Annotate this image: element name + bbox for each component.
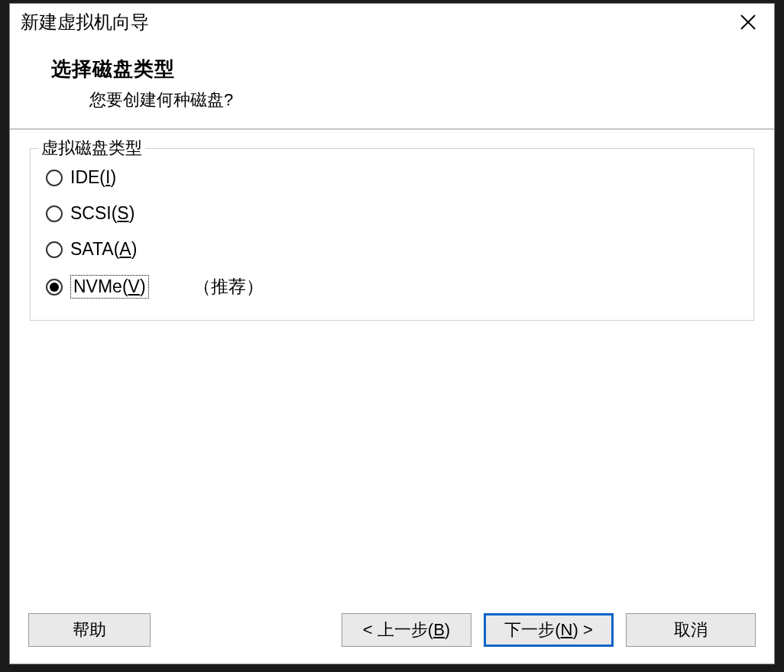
content-area: 虚拟磁盘类型 IDE(I) SCSI(S) SATA(A) NVMe(V) [10, 130, 774, 603]
page-subtitle: 您要创建何种磁盘? [89, 89, 774, 111]
radio-option-nvme[interactable]: NVMe(V) （推荐） [46, 275, 738, 299]
titlebar: 新建虚拟机向导 [10, 4, 774, 42]
radio-label-sata: SATA(A) [70, 239, 137, 260]
fieldset-legend: 虚拟磁盘类型 [38, 137, 145, 160]
disk-type-radio-group: IDE(I) SCSI(S) SATA(A) NVMe(V) （推荐） [46, 163, 738, 299]
radio-option-sata[interactable]: SATA(A) [46, 239, 738, 260]
radio-label-nvme: NVMe(V) [70, 275, 149, 299]
radio-label-ide: IDE(I) [70, 167, 116, 188]
close-icon[interactable] [733, 7, 763, 37]
next-button[interactable]: 下一步(N) > [484, 613, 614, 647]
radio-icon[interactable] [46, 241, 63, 258]
radio-option-ide[interactable]: IDE(I) [46, 167, 738, 188]
window-title: 新建虚拟机向导 [21, 10, 149, 34]
radio-option-scsi[interactable]: SCSI(S) [46, 203, 738, 224]
radio-label-scsi: SCSI(S) [70, 203, 134, 224]
back-button[interactable]: < 上一步(B) [342, 613, 471, 647]
radio-note-nvme: （推荐） [193, 275, 264, 299]
wizard-header: 选择磁盘类型 您要创建何种磁盘? [10, 42, 774, 130]
disk-type-fieldset: 虚拟磁盘类型 IDE(I) SCSI(S) SATA(A) NVMe(V) [30, 148, 754, 321]
help-button[interactable]: 帮助 [28, 613, 151, 647]
radio-icon[interactable] [46, 170, 63, 186]
page-title: 选择磁盘类型 [51, 56, 774, 82]
wizard-footer: 帮助 < 上一步(B) 下一步(N) > 取消 [10, 603, 774, 664]
wizard-dialog: 新建虚拟机向导 选择磁盘类型 您要创建何种磁盘? 虚拟磁盘类型 IDE(I) S… [9, 3, 775, 664]
radio-icon[interactable] [46, 279, 63, 296]
cancel-button[interactable]: 取消 [626, 613, 756, 647]
radio-icon[interactable] [46, 205, 63, 222]
